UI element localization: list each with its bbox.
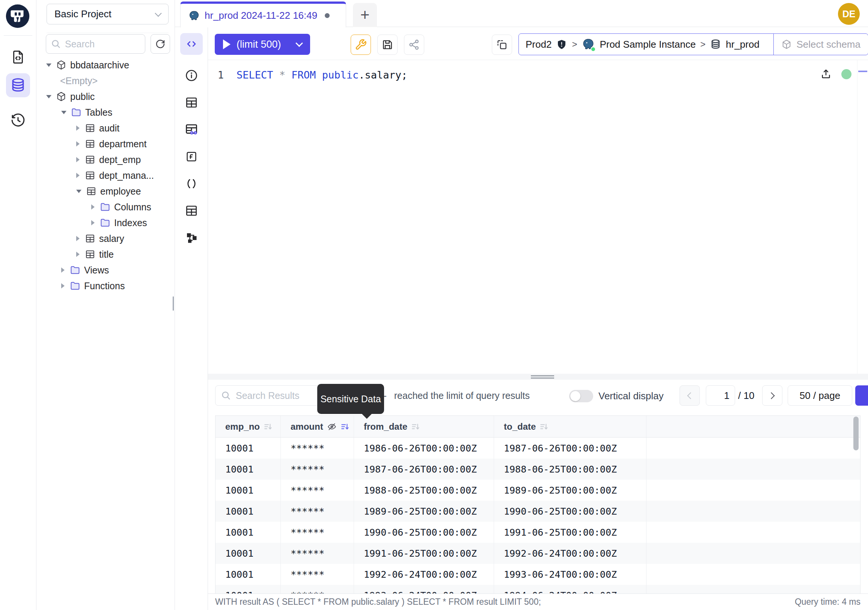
cell-to-date[interactable]: 1989-06-25T00:00:00Z (494, 480, 646, 501)
run-query-button[interactable]: (limit 500) (215, 34, 310, 55)
sort-icon[interactable] (411, 422, 420, 431)
column-header-from-date[interactable]: from_date (354, 416, 494, 437)
caret-right-icon[interactable] (76, 173, 80, 178)
cell-to-date[interactable]: 1991-06-25T00:00:00Z (494, 522, 646, 543)
tree-item-columns[interactable]: Columns (36, 199, 175, 215)
table-row[interactable]: 10001 ****** 1992-06-24T00:00:00Z 1993-0… (215, 564, 860, 585)
external-tables-panel-button[interactable] (184, 122, 199, 137)
tree-item-schema-public[interactable]: public (36, 88, 175, 104)
caret-down-icon[interactable] (46, 64, 51, 67)
chevron-down-icon[interactable] (296, 39, 303, 47)
avatar[interactable]: DE (838, 3, 860, 25)
tree-item-table-dept-manager[interactable]: dept_mana... (36, 168, 175, 183)
tree-item-table-employee[interactable]: employee (36, 183, 175, 199)
tab-active-worksheet[interactable]: hr_prod 2024-11-22 16:49 (180, 2, 346, 28)
tree-item-indexes[interactable]: Indexes (36, 215, 175, 231)
result-table[interactable]: emp_no amount from_date to_date (215, 416, 860, 593)
cell-amount-masked[interactable]: ****** (281, 564, 354, 585)
next-page-button[interactable] (762, 385, 783, 406)
cell-amount-masked[interactable]: ****** (281, 522, 354, 543)
functions-panel-button[interactable] (184, 149, 199, 164)
cell-emp-no[interactable]: 10001 (215, 522, 281, 543)
tree-item-table-title[interactable]: title (36, 247, 175, 262)
cell-from-date[interactable]: 1989-06-25T00:00:00Z (354, 501, 494, 522)
caret-right-icon[interactable] (91, 220, 95, 225)
sql-editor[interactable]: 1 SELECT * FROM public . salary; (208, 60, 868, 374)
column-header-emp-no[interactable]: emp_no (215, 416, 281, 437)
column-header-to-date[interactable]: to_date (494, 416, 646, 437)
table-row-partial[interactable]: 10001 ****** 1993-06-24T00:00:00Z 1994-0… (215, 585, 860, 593)
cell-emp-no[interactable]: 10001 (215, 564, 281, 585)
cell-emp-no[interactable]: 10001 (215, 585, 281, 593)
column-header-amount[interactable]: amount (281, 416, 354, 437)
cell-to-date[interactable]: 1987-06-26T00:00:00Z (494, 438, 646, 459)
table-row[interactable]: 10001 ****** 1991-06-25T00:00:00Z 1992-0… (215, 543, 860, 564)
tree-item-views[interactable]: Views (36, 262, 175, 278)
table-row[interactable]: 10001 ****** 1987-06-26T00:00:00Z 1988-0… (215, 459, 860, 480)
vertical-display-toggle[interactable] (569, 390, 593, 402)
cell-from-date[interactable]: 1991-06-25T00:00:00Z (354, 543, 494, 564)
schema-select[interactable]: Select schema (773, 34, 868, 55)
tree-item-table-audit[interactable]: audit (36, 120, 175, 136)
cell-to-date[interactable]: 1993-06-24T00:00:00Z (494, 564, 646, 585)
caret-right-icon[interactable] (76, 236, 80, 241)
cell-from-date[interactable]: 1990-06-25T00:00:00Z (354, 522, 494, 543)
cell-amount-masked[interactable]: ****** (281, 501, 354, 522)
cell-to-date[interactable]: 1988-06-25T00:00:00Z (494, 459, 646, 480)
procedures-panel-button[interactable] (184, 176, 199, 191)
share-button[interactable] (404, 34, 424, 55)
tree-item-functions[interactable]: Functions (36, 278, 175, 294)
cell-emp-no[interactable]: 10001 (215, 543, 281, 564)
worksheet-nav-button[interactable] (6, 45, 30, 69)
sort-icon-active[interactable] (341, 422, 350, 431)
views-panel-button[interactable] (184, 203, 199, 218)
page-number-input[interactable] (706, 385, 735, 406)
cell-from-date[interactable]: 1992-06-24T00:00:00Z (354, 564, 494, 585)
bytebase-logo[interactable] (5, 3, 30, 29)
schema-diagram-button[interactable] (184, 230, 199, 245)
cell-amount-masked[interactable]: ****** (281, 480, 354, 501)
database-nav-button[interactable] (6, 73, 30, 97)
toggle-panel-button[interactable] (180, 33, 203, 55)
project-select[interactable]: Basic Project (46, 4, 169, 25)
cell-to-date[interactable]: 1990-06-25T00:00:00Z (494, 501, 646, 522)
caret-right-icon[interactable] (76, 251, 80, 257)
export-button-clipped[interactable] (855, 385, 868, 406)
caret-down-icon[interactable] (46, 95, 51, 98)
batch-query-button[interactable] (492, 34, 512, 55)
new-tab-button[interactable]: + (353, 3, 377, 27)
cell-emp-no[interactable]: 10001 (215, 480, 281, 501)
upload-icon[interactable] (820, 68, 832, 80)
cell-to-date[interactable]: 1992-06-24T00:00:00Z (494, 543, 646, 564)
sidebar-search-input[interactable] (65, 39, 133, 50)
caret-down-icon[interactable] (76, 190, 81, 193)
sql-line[interactable]: 1 SELECT * FROM public . salary; (208, 60, 868, 81)
tree-item-table-dept-emp[interactable]: dept_emp (36, 152, 175, 168)
page-size-select[interactable]: 50 / page (787, 385, 852, 406)
caret-right-icon[interactable] (76, 157, 80, 162)
caret-down-icon[interactable] (61, 111, 67, 114)
cell-emp-no[interactable]: 10001 (215, 438, 281, 459)
caret-right-icon[interactable] (61, 283, 65, 289)
connection-breadcrumb[interactable]: Prod2 > Prod Sample Instance > hr_prod (518, 33, 868, 55)
table-row[interactable]: 10001 ****** 1988-06-25T00:00:00Z 1989-0… (215, 480, 860, 501)
cell-from-date[interactable]: 1987-06-26T00:00:00Z (354, 459, 494, 480)
tables-panel-button[interactable] (184, 95, 199, 110)
caret-right-icon[interactable] (61, 267, 65, 273)
caret-right-icon[interactable] (91, 204, 95, 210)
caret-right-icon[interactable] (76, 126, 80, 131)
format-sql-button[interactable] (351, 34, 371, 55)
cell-from-date[interactable]: 1993-06-24T00:00:00Z (354, 585, 494, 593)
save-button[interactable] (377, 34, 398, 55)
cell-to-date[interactable]: 1994-06-24T00:00:00Z (494, 585, 646, 593)
tree-item-tables[interactable]: Tables (36, 104, 175, 120)
tree-item-table-salary[interactable]: salary (36, 231, 175, 247)
table-row[interactable]: 10001 ****** 1990-06-25T00:00:00Z 1991-0… (215, 522, 860, 543)
prev-page-button[interactable] (679, 385, 700, 406)
cell-amount-masked[interactable]: ****** (281, 438, 354, 459)
cell-amount-masked[interactable]: ****** (281, 585, 354, 593)
cell-amount-masked[interactable]: ****** (281, 543, 354, 564)
table-scrollbar-thumb[interactable] (853, 416, 859, 450)
table-row[interactable]: 10001 ****** 1989-06-25T00:00:00Z 1990-0… (215, 501, 860, 522)
cell-amount-masked[interactable]: ****** (281, 459, 354, 480)
